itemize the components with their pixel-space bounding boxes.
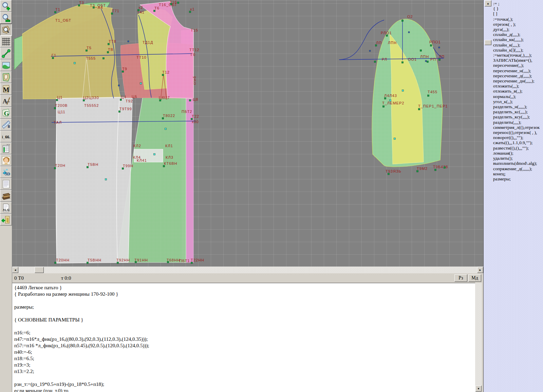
hscroll-left-arrow[interactable] — [12, 267, 18, 273]
construction-point[interactable] — [74, 62, 76, 64]
construction-point[interactable] — [56, 99, 58, 101]
command-item[interactable]: сплайн_д(,,,,); — [493, 32, 543, 37]
construction-point[interactable] — [386, 35, 388, 37]
construction-point[interactable] — [402, 90, 404, 92]
grid-button[interactable] — [0, 36, 12, 47]
hscroll-thumb[interactable] — [35, 267, 44, 273]
command-item[interactable]: отрезок( , ); — [493, 22, 543, 27]
exit-button[interactable] — [0, 214, 12, 226]
construction-point[interactable] — [408, 32, 410, 33]
construction-point[interactable] — [170, 3, 172, 5]
construction-point[interactable] — [78, 5, 80, 6]
command-item[interactable]: удалить(); — [493, 156, 543, 161]
command-item[interactable]: конец; — [493, 171, 543, 176]
algorithm-editor[interactable]: {4469 Легкое патьто }{ Разработано на ра… — [12, 283, 475, 392]
construction-point[interactable] — [138, 9, 139, 11]
construction-point[interactable] — [55, 12, 56, 13]
command-item[interactable]: пересечение_дн(,,,,,); — [493, 78, 543, 83]
construction-point[interactable] — [383, 106, 385, 107]
construction-point[interactable] — [107, 52, 109, 53]
palette-scroll-up-arrow[interactable] — [485, 0, 491, 6]
construction-point[interactable] — [165, 128, 167, 130]
drafting-tools-button[interactable]: А — [0, 95, 12, 107]
construction-point[interactable] — [425, 60, 427, 62]
construction-point[interactable] — [428, 95, 429, 97]
construction-point[interactable] — [120, 99, 122, 101]
command-item[interactable]: развести((),(),,,""); — [493, 145, 543, 151]
command-item[interactable]: симметрия_л((),отрезок — [493, 125, 543, 130]
construction-point[interactable] — [385, 98, 386, 99]
command-item[interactable]: ломаная(); — [493, 151, 543, 156]
construction-point[interactable] — [388, 173, 390, 175]
command-item[interactable]: отложить_в(,,); — [493, 89, 543, 94]
hscroll-right-arrow[interactable] — [477, 267, 483, 273]
md-button[interactable]: Мд — [468, 274, 481, 282]
construction-point[interactable] — [93, 7, 95, 8]
construction-point[interactable] — [54, 107, 56, 109]
construction-point[interactable] — [83, 100, 85, 101]
editor-scroll-down-arrow[interactable] — [475, 386, 482, 392]
command-item[interactable]: угол_к(,,); — [493, 99, 543, 104]
command-item[interactable]: отложить(,,,); — [493, 83, 543, 89]
construction-point[interactable] — [444, 167, 446, 169]
construction-point[interactable] — [191, 118, 193, 120]
command-item[interactable]: [ ] — [493, 11, 543, 16]
construction-point[interactable] — [417, 171, 418, 172]
drawing-canvas[interactable]: Т1Т1_ОБТТ3Т3_ОБТА4Т71х2Т41Т6Т16_ОБТТ16х1… — [12, 0, 483, 267]
specification-button[interactable] — [0, 178, 12, 190]
construction-point[interactable] — [117, 262, 119, 264]
algorithm-button[interactable]: ALG — [0, 202, 12, 214]
library-button[interactable] — [0, 190, 12, 202]
construction-point[interactable] — [108, 43, 110, 45]
construction-point[interactable] — [435, 169, 436, 171]
construction-point[interactable] — [86, 50, 88, 52]
command-item[interactable]: ЗАПИСАТЬ(имя=(), — [493, 58, 543, 63]
command-item[interactable]: пересечение(,,); — [493, 63, 543, 68]
construction-point[interactable] — [369, 50, 371, 52]
construction-point[interactable] — [375, 45, 377, 46]
construction-point[interactable] — [119, 111, 120, 113]
construction-point[interactable] — [427, 61, 429, 63]
construction-point[interactable] — [154, 154, 155, 155]
measure-segment-button[interactable] — [0, 47, 12, 59]
construction-point[interactable] — [402, 62, 404, 63]
command-item[interactable]: сплайн_к[](,,,,); — [493, 47, 543, 53]
command-item[interactable]: пересечение_д(,,,,,); — [493, 73, 543, 78]
construction-point[interactable] — [140, 83, 142, 84]
command-item[interactable]: нормаль(,,); — [493, 94, 543, 99]
construction-point[interactable] — [177, 2, 179, 4]
palette-vscrollbar[interactable] — [484, 0, 491, 267]
construction-point[interactable] — [87, 166, 89, 168]
command-item[interactable]: разделить_кс(,,,,); — [493, 109, 543, 114]
zoom-in-button[interactable] — [0, 0, 12, 12]
command-item[interactable]: { } — [493, 6, 543, 11]
construction-point[interactable] — [162, 74, 164, 76]
command-item[interactable]: :=точка(,); — [493, 17, 543, 22]
construction-point[interactable] — [394, 138, 396, 140]
photo-button[interactable] — [0, 154, 12, 166]
command-item[interactable]: поворот((),,,""); — [493, 135, 543, 140]
pattern-piece-button[interactable] — [0, 71, 12, 83]
construction-point[interactable] — [189, 100, 191, 101]
grading-g-button[interactable]: G — [0, 107, 12, 119]
command-item[interactable]: сопряжение_д(,,,,,,); — [493, 166, 543, 171]
view-pattern-button[interactable] — [0, 24, 12, 36]
command-item[interactable]: :=метка(точка(,),,,,); — [493, 53, 543, 58]
construction-point[interactable] — [438, 47, 440, 48]
command-item[interactable]: сжать((),,,1.1,0.9,""); — [493, 140, 543, 145]
command-item[interactable]: разделить_ксу(,,,,); — [493, 114, 543, 119]
canvas-hscrollbar[interactable] — [12, 267, 483, 273]
command-item[interactable]: пересечение_н(,,,,); — [493, 68, 543, 73]
construction-point[interactable] — [122, 71, 124, 73]
command-item[interactable]: := ; — [493, 1, 543, 6]
construction-point[interactable] — [54, 168, 56, 169]
zoom-out-button[interactable] — [0, 12, 12, 24]
construction-point[interactable] — [430, 45, 432, 46]
command-item[interactable]: дуга(,,,); — [493, 27, 543, 32]
construction-point[interactable] — [118, 85, 119, 86]
command-item[interactable]: перенос((),отрезок( , ), — [493, 130, 543, 135]
command-item[interactable]: выполнить(dmod\.alg); — [493, 161, 543, 166]
construction-point[interactable] — [439, 59, 441, 61]
construction-point[interactable] — [191, 262, 193, 264]
construction-point[interactable] — [402, 20, 404, 22]
